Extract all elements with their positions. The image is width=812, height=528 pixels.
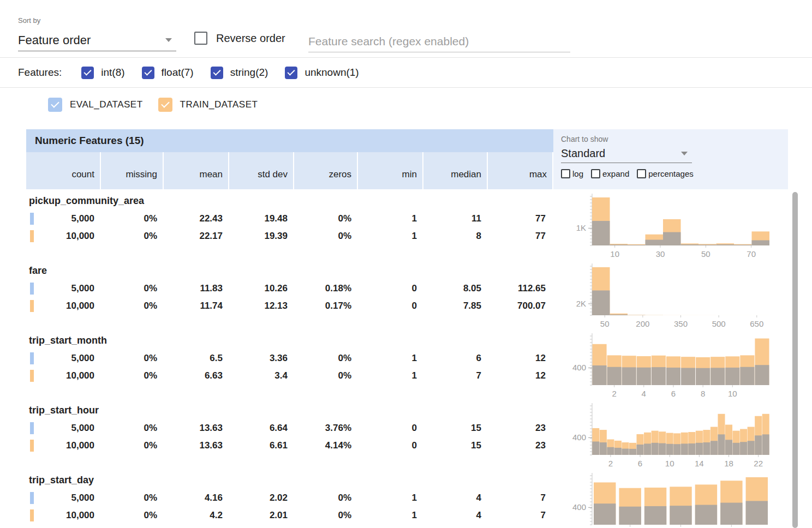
stat-value: 5,000 bbox=[71, 493, 94, 503]
eval-dataset-label: EVAL_DATASET bbox=[70, 99, 143, 110]
svg-text:6: 6 bbox=[638, 459, 642, 468]
stat-cell: 23 bbox=[488, 419, 552, 437]
stat-cell: 10,000 bbox=[26, 297, 101, 315]
stat-value: 7.85 bbox=[463, 301, 481, 311]
svg-text:18: 18 bbox=[724, 459, 733, 468]
chart-option-percentages[interactable]: percentages bbox=[637, 169, 694, 178]
stat-cell: 0% bbox=[294, 489, 358, 507]
stat-cell: 0% bbox=[101, 489, 164, 507]
stat-value: 6.5 bbox=[210, 353, 223, 364]
stat-value: 5,000 bbox=[71, 423, 94, 434]
reverse-order-checkbox[interactable]: Reverse order bbox=[194, 32, 285, 45]
stat-cell: 0 bbox=[358, 419, 423, 437]
stat-cell: 8 bbox=[423, 227, 488, 245]
stat-cell: 2.02 bbox=[229, 489, 294, 507]
chart-to-show-label: Chart to show bbox=[561, 135, 788, 143]
stat-cell: 5,000 bbox=[26, 419, 101, 437]
stat-value: 11.74 bbox=[200, 301, 223, 311]
train-dataset-swatch bbox=[30, 509, 34, 521]
stat-value: 8.05 bbox=[463, 283, 481, 294]
histogram-trip_start_month: 400246810 bbox=[553, 331, 788, 401]
eval-dataset-swatch bbox=[30, 352, 34, 364]
stat-value: 15 bbox=[471, 423, 481, 434]
feature-type-filter[interactable]: unknown(1) bbox=[285, 67, 359, 79]
stat-cell: 4 bbox=[423, 507, 488, 524]
stat-cell: 5,000 bbox=[26, 350, 101, 367]
svg-text:650: 650 bbox=[750, 319, 763, 328]
features-filter-bar: Features: int(8)float(7)string(2)unknown… bbox=[0, 57, 812, 88]
chart-option-log[interactable]: log bbox=[561, 169, 583, 178]
stat-value: 10,000 bbox=[66, 301, 94, 311]
svg-text:400: 400 bbox=[572, 433, 586, 442]
stat-value: 3.76% bbox=[325, 423, 351, 434]
stat-value: 23 bbox=[535, 423, 546, 434]
feature-type-filter-label: unknown(1) bbox=[304, 67, 359, 79]
stat-value: 0% bbox=[144, 283, 157, 294]
stat-cell: 6.61 bbox=[229, 437, 294, 454]
feature-type-filter[interactable]: float(7) bbox=[142, 67, 194, 79]
stat-cell: 7 bbox=[423, 367, 488, 385]
feature-name: fare bbox=[26, 261, 553, 280]
stat-value: 4 bbox=[476, 493, 481, 503]
checkbox-unchecked-icon[interactable] bbox=[194, 32, 207, 45]
eval-dataset-checkbox-icon[interactable] bbox=[48, 98, 62, 112]
checkbox-unchecked-icon[interactable] bbox=[561, 169, 570, 178]
column-header-min: min bbox=[358, 152, 423, 189]
checkbox-checked-icon[interactable] bbox=[142, 67, 154, 79]
feature-name: trip_start_month bbox=[26, 331, 553, 350]
svg-text:10: 10 bbox=[610, 249, 619, 259]
stat-cell: 0% bbox=[101, 280, 164, 297]
stat-value: 1 bbox=[412, 213, 417, 224]
stats-row-train: 10,0000%4.22.010%147 bbox=[26, 507, 553, 524]
stat-value: 0% bbox=[338, 510, 351, 521]
train-dataset-toggle[interactable]: TRAIN_DATASET bbox=[158, 98, 258, 112]
chart-option-expand[interactable]: expand bbox=[591, 169, 629, 178]
feature-chart: 400246810 bbox=[553, 331, 788, 401]
svg-text:8: 8 bbox=[701, 389, 705, 398]
checkbox-checked-icon[interactable] bbox=[211, 67, 223, 79]
checkbox-checked-icon[interactable] bbox=[81, 67, 94, 79]
svg-text:200: 200 bbox=[636, 319, 649, 328]
stat-cell: 11.83 bbox=[164, 280, 229, 297]
stat-value: 6.61 bbox=[270, 440, 288, 451]
stat-cell: 4.14% bbox=[294, 437, 358, 454]
stat-cell: 12 bbox=[488, 367, 552, 385]
vertical-scrollbar[interactable] bbox=[792, 192, 798, 528]
checkbox-unchecked-icon[interactable] bbox=[591, 169, 600, 178]
stat-cell: 13.63 bbox=[164, 419, 229, 437]
svg-text:2: 2 bbox=[612, 389, 616, 398]
svg-text:10: 10 bbox=[665, 459, 674, 468]
stat-value: 1 bbox=[412, 370, 417, 381]
stat-cell: 10,000 bbox=[26, 437, 101, 454]
dataset-legend: EVAL_DATASET TRAIN_DATASET bbox=[0, 91, 258, 118]
chart-type-value: Standard bbox=[561, 147, 605, 160]
numeric-features-table: Numeric Features (15) Chart to show Stan… bbox=[26, 129, 788, 528]
chart-type-select[interactable]: Standard bbox=[561, 145, 692, 163]
stat-cell: 19.39 bbox=[229, 227, 294, 245]
column-headers: countmissingmeanstd devzerosminmedianmax bbox=[26, 152, 553, 189]
stat-value: 22.17 bbox=[199, 231, 223, 242]
feature-type-filter[interactable]: int(8) bbox=[81, 67, 124, 79]
train-dataset-checkbox-icon[interactable] bbox=[158, 98, 172, 112]
stat-value: 0% bbox=[144, 353, 157, 364]
features-filter-label: Features: bbox=[18, 67, 62, 79]
checkbox-unchecked-icon[interactable] bbox=[637, 169, 646, 178]
feature-group-trip_start_hour: trip_start_hour5,0000%13.636.643.76%0152… bbox=[26, 401, 788, 471]
stat-cell: 0.17% bbox=[294, 297, 358, 315]
stat-value: 0% bbox=[144, 493, 157, 503]
stat-cell: 3.4 bbox=[229, 367, 294, 385]
eval-dataset-toggle[interactable]: EVAL_DATASET bbox=[48, 98, 143, 112]
stat-cell: 4.2 bbox=[164, 507, 229, 524]
stats-row-train: 10,0000%22.1719.390%1877 bbox=[26, 227, 553, 245]
sort-order-select[interactable]: Feature order bbox=[18, 29, 176, 51]
feature-type-filter[interactable]: string(2) bbox=[211, 67, 268, 79]
stat-value: 0% bbox=[338, 213, 351, 224]
checkbox-checked-icon[interactable] bbox=[285, 67, 297, 79]
stat-value: 22.43 bbox=[199, 213, 223, 224]
stat-value: 2.02 bbox=[270, 493, 288, 503]
stat-cell: 0.18% bbox=[294, 280, 358, 297]
feature-search-input[interactable] bbox=[308, 31, 570, 52]
svg-text:350: 350 bbox=[674, 319, 688, 328]
feature-rows: pickup_community_area5,0000%22.4319.480%… bbox=[26, 189, 788, 528]
svg-text:6: 6 bbox=[671, 389, 676, 398]
